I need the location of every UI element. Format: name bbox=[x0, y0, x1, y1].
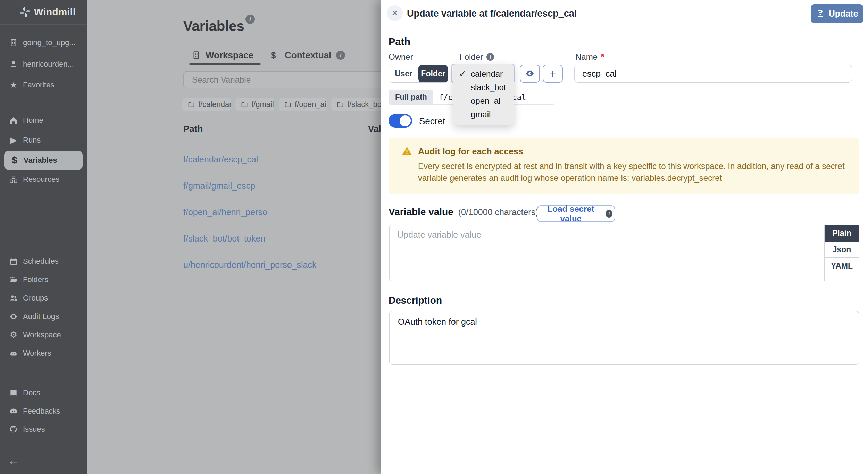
owner-folder-option[interactable]: Folder bbox=[418, 65, 448, 82]
save-icon bbox=[816, 9, 825, 18]
format-tabs: Plain Json YAML bbox=[825, 225, 859, 274]
page-title: Variables bbox=[183, 18, 244, 34]
info-icon: i bbox=[606, 210, 612, 218]
variable-path-link[interactable]: f/calendar/escp_cal bbox=[183, 154, 258, 164]
character-counter: (0/10000 characters) bbox=[458, 207, 539, 217]
folder-dropdown-menu: ✓ calendar slack_bot open_ai gmail bbox=[453, 64, 514, 125]
user-icon bbox=[9, 59, 18, 69]
path-section-heading: Path bbox=[389, 36, 410, 48]
sidebar-item-resources[interactable]: Resources bbox=[0, 172, 87, 187]
folder-chip[interactable]: f/slack_bot bbox=[331, 98, 383, 111]
warning-body: Every secret is encrypted at rest and in… bbox=[418, 160, 850, 184]
github-icon bbox=[9, 424, 18, 434]
workspace-selector[interactable]: going_to_upg... bbox=[0, 35, 87, 50]
sidebar: Windmill going_to_upg... henricourden...… bbox=[0, 0, 87, 474]
info-icon[interactable]: i bbox=[486, 53, 494, 61]
sidebar-item-home[interactable]: Home bbox=[0, 113, 87, 128]
variable-value-header: Variable value (0/10000 characters) bbox=[389, 206, 538, 218]
star-icon: ★ bbox=[9, 80, 18, 90]
dollar-icon: $ bbox=[271, 51, 280, 60]
format-tab-yaml[interactable]: YAML bbox=[825, 258, 859, 274]
sidebar-item-workers[interactable]: Workers bbox=[0, 346, 87, 361]
preview-folder-button[interactable] bbox=[520, 65, 540, 83]
description-heading: Description bbox=[389, 295, 442, 306]
cubes-icon bbox=[9, 175, 18, 184]
drawer-title: Update variable at f/calendar/escp_cal bbox=[407, 8, 577, 19]
folder-chip[interactable]: f/calendar bbox=[182, 98, 231, 111]
dropdown-option-gmail[interactable]: gmail bbox=[453, 108, 514, 121]
app-logo[interactable]: Windmill bbox=[0, 0, 87, 25]
sidebar-item-favorites[interactable]: ★ Favorites bbox=[0, 77, 87, 93]
sidebar-item-runs[interactable]: ▶ Runs bbox=[0, 133, 87, 148]
variable-path-link[interactable]: f/gmail/gmail_escp bbox=[183, 181, 255, 191]
info-icon[interactable]: i bbox=[336, 51, 345, 60]
building-icon bbox=[9, 38, 18, 48]
column-header-path: Path bbox=[183, 124, 203, 134]
sidebar-item-audit-logs[interactable]: Audit Logs bbox=[0, 309, 87, 324]
user-menu[interactable]: henricourden... bbox=[0, 57, 87, 72]
sidebar-item-groups[interactable]: Groups bbox=[0, 290, 87, 306]
load-secret-value-button[interactable]: Load secret value i bbox=[537, 205, 615, 222]
dollar-icon: $ bbox=[10, 155, 19, 165]
variable-path-link[interactable]: f/open_ai/henri_perso bbox=[183, 207, 267, 217]
sidebar-item-docs[interactable]: Docs bbox=[0, 385, 87, 400]
sidebar-item-issues[interactable]: Issues bbox=[0, 422, 87, 437]
variable-path-link[interactable]: u/henricourdent/henri_perso_slack bbox=[183, 260, 317, 270]
tab-contextual[interactable]: $ Contextual i bbox=[271, 48, 345, 62]
dropdown-option-slack-bot[interactable]: slack_bot bbox=[453, 81, 514, 94]
sidebar-item-variables[interactable]: $ Variables bbox=[4, 151, 83, 170]
owner-label: Owner bbox=[389, 52, 413, 62]
robot-icon bbox=[9, 348, 18, 358]
audit-log-warning: Audit log for each access Every secret i… bbox=[389, 138, 859, 194]
tab-workspace[interactable]: Workspace bbox=[192, 48, 253, 62]
sidebar-item-schedules[interactable]: Schedules bbox=[0, 254, 87, 269]
active-tab-underline bbox=[189, 63, 261, 65]
building-icon bbox=[192, 51, 201, 60]
name-label: Name* bbox=[575, 52, 604, 62]
eye-icon bbox=[9, 312, 18, 321]
windmill-logo-icon bbox=[19, 6, 31, 18]
sidebar-item-folders[interactable]: Folders bbox=[0, 272, 87, 287]
calendar-icon bbox=[9, 256, 18, 266]
description-textarea[interactable]: OAuth token for gcal bbox=[389, 311, 859, 365]
discord-icon bbox=[9, 406, 18, 416]
update-variable-drawer: ✕ Update variable at f/calendar/escp_cal… bbox=[381, 0, 868, 474]
dropdown-option-calendar[interactable]: ✓ calendar bbox=[453, 67, 514, 81]
folder-chip[interactable]: f/gmail bbox=[235, 98, 274, 111]
home-icon bbox=[9, 116, 18, 125]
name-input[interactable] bbox=[574, 65, 852, 83]
sidebar-item-workspace-settings[interactable]: ⚙ Workspace bbox=[0, 327, 87, 342]
play-icon: ▶ bbox=[9, 135, 18, 145]
close-icon[interactable]: ✕ bbox=[387, 5, 403, 21]
format-tab-plain[interactable]: Plain bbox=[825, 225, 859, 242]
folder-chip[interactable]: f/open_ai bbox=[279, 98, 327, 111]
folder-label: Folder i bbox=[459, 52, 494, 62]
sidebar-item-feedbacks[interactable]: Feedbacks bbox=[0, 404, 87, 419]
sidebar-bottom-divider bbox=[0, 446, 87, 446]
variable-value-textarea[interactable] bbox=[389, 225, 825, 281]
warning-icon bbox=[401, 146, 413, 157]
workspace-name: going_to_upg... bbox=[23, 38, 76, 47]
warning-title: Audit log for each access bbox=[418, 146, 523, 156]
add-folder-button[interactable]: + bbox=[543, 65, 563, 83]
dropdown-option-open-ai[interactable]: open_ai bbox=[453, 94, 514, 108]
secret-toggle[interactable] bbox=[389, 114, 412, 128]
info-icon[interactable]: i bbox=[245, 15, 255, 24]
toggle-knob bbox=[400, 115, 411, 126]
user-name: henricourden... bbox=[23, 60, 74, 69]
update-button[interactable]: Update bbox=[811, 4, 863, 23]
secret-label: Secret bbox=[419, 116, 445, 127]
search-input[interactable] bbox=[183, 71, 392, 88]
book-icon bbox=[9, 388, 18, 398]
users-icon bbox=[9, 293, 18, 303]
folder-filter-chips: f/calendar f/gmail f/open_ai f/slack_bot bbox=[182, 98, 383, 111]
owner-kind-segmented: User Folder bbox=[389, 65, 448, 83]
check-icon: ✓ bbox=[459, 69, 466, 79]
folder-open-icon bbox=[9, 275, 18, 285]
owner-user-option[interactable]: User bbox=[389, 65, 418, 82]
full-path-label: Full path bbox=[389, 90, 433, 104]
variable-path-link[interactable]: f/slack_bot/bot_token bbox=[183, 234, 265, 244]
format-tab-json[interactable]: Json bbox=[825, 242, 859, 258]
collapse-sidebar-arrow-icon[interactable]: ← bbox=[8, 454, 19, 467]
gear-icon: ⚙ bbox=[9, 330, 18, 340]
